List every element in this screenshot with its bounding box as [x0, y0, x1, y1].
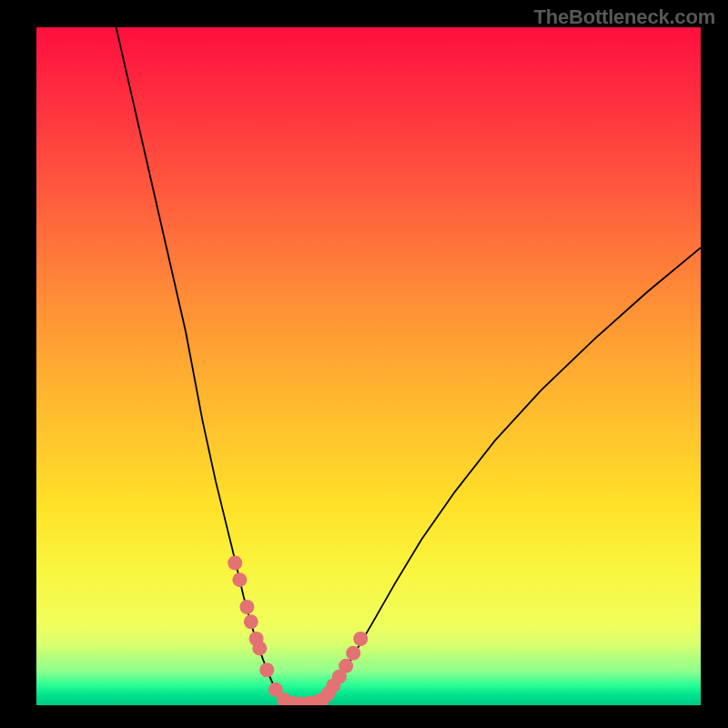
marker-point	[353, 632, 368, 646]
marker-point	[244, 614, 258, 629]
bottleneck-curve	[116, 27, 701, 705]
marker-point	[259, 662, 274, 677]
chart-stage: TheBottleneck.com	[0, 0, 728, 728]
watermark-text: TheBottleneck.com	[533, 5, 715, 29]
curve-layer	[36, 27, 701, 705]
marker-point	[228, 556, 242, 571]
marker-point	[232, 572, 247, 587]
marker-point	[346, 646, 360, 661]
marker-point	[252, 641, 267, 655]
marker-group	[228, 556, 368, 705]
marker-point	[339, 659, 353, 673]
marker-point	[239, 600, 254, 614]
plot-area	[36, 27, 701, 705]
